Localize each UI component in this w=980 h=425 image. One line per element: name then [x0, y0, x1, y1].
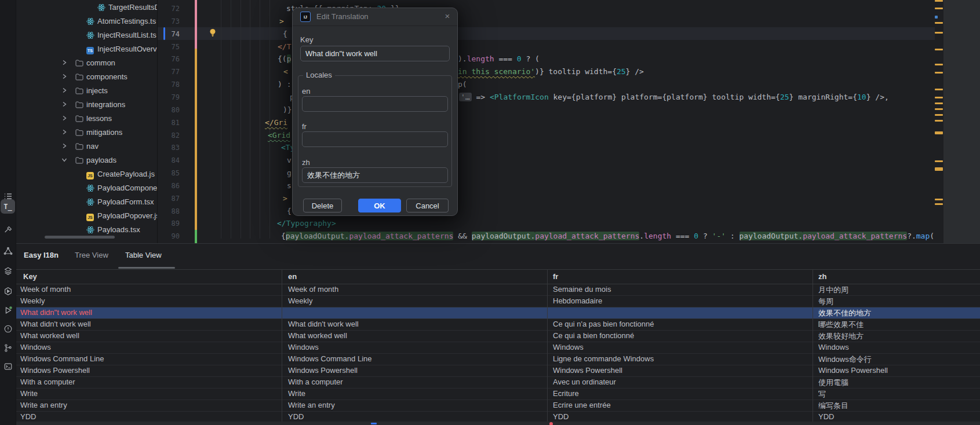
chevron-right-icon[interactable]: [61, 87, 68, 94]
table-cell[interactable]: Week of month: [288, 285, 543, 294]
tree-item[interactable]: components: [16, 71, 157, 83]
table-row[interactable]: What worked wellWhat worked wellCe qui a…: [16, 331, 980, 342]
chevron-right-icon[interactable]: [61, 142, 68, 149]
delete-button[interactable]: Delete: [303, 199, 342, 212]
tree-item[interactable]: nav: [16, 140, 157, 153]
table-cell[interactable]: 编写条目: [818, 401, 978, 411]
table-cell[interactable]: 哪些效果不佳: [818, 320, 978, 330]
tree-item[interactable]: mitigations: [16, 126, 157, 139]
table-cell[interactable]: Windows Powershell: [553, 366, 808, 375]
table-cell[interactable]: Weekly: [20, 296, 278, 305]
tree-item[interactable]: PayloadComponen: [16, 182, 157, 195]
panel-title[interactable]: Easy I18n: [24, 251, 59, 259]
table-cell[interactable]: Write: [20, 389, 278, 398]
tree-item[interactable]: AtomicTestings.ts: [16, 15, 157, 28]
translation-icon[interactable]: T_: [1, 199, 15, 214]
table-row[interactable]: WeeklyWeeklyHebdomadaire每周: [16, 296, 980, 307]
table-cell[interactable]: YDD: [20, 412, 278, 421]
table-cell[interactable]: Avec un ordinateur: [553, 378, 808, 386]
column-header-fr[interactable]: fr: [553, 272, 558, 281]
table-cell[interactable]: What didn"t work well: [20, 308, 278, 317]
table-cell[interactable]: With a computer: [20, 378, 278, 386]
ok-button[interactable]: OK: [358, 199, 401, 212]
table-cell[interactable]: 月中的周: [818, 285, 978, 295]
table-cell[interactable]: Week of month: [20, 285, 278, 294]
table-row[interactable]: YDDYDDYDDYDD: [16, 412, 980, 422]
table-cell[interactable]: Ecriture: [553, 389, 808, 398]
locale-input-en[interactable]: [302, 96, 448, 112]
table-cell[interactable]: Ce qui n'a pas bien fonctionné: [553, 320, 808, 328]
close-icon[interactable]: ×: [442, 11, 453, 21]
table-cell[interactable]: Ligne de commande Windows: [553, 354, 808, 363]
table-cell[interactable]: Windows Command Line: [20, 354, 278, 363]
tab-table-view[interactable]: Table View: [125, 251, 162, 259]
table-row[interactable]: What didn't work wellWhat didn't work we…: [16, 319, 980, 331]
table-cell[interactable]: Windows Command Line: [288, 354, 543, 363]
run-icon[interactable]: [1, 303, 15, 317]
table-cell[interactable]: Write an entry: [20, 401, 278, 409]
tree-item[interactable]: InjectResultList.ts: [16, 29, 157, 42]
tree-item[interactable]: payloads: [16, 154, 157, 167]
tree-item[interactable]: TargetResultsD: [16, 1, 157, 14]
table-cell[interactable]: Windows Powershell: [20, 366, 278, 375]
tree-item[interactable]: Payloads.tsx: [16, 224, 157, 236]
column-header-key[interactable]: Key: [23, 272, 37, 281]
table-cell[interactable]: Ecrire une entrée: [553, 401, 808, 409]
table-cell[interactable]: Windows: [818, 343, 978, 351]
error-stripe[interactable]: [935, 0, 943, 243]
table-row[interactable]: With a computerWith a computerAvec un or…: [16, 377, 980, 389]
table-cell[interactable]: Windows Powershell: [288, 366, 543, 375]
table-cell[interactable]: Hebdomadaire: [553, 296, 808, 305]
terminal-icon[interactable]: [1, 359, 15, 373]
table-row[interactable]: Week of monthWeek of monthSemaine du moi…: [16, 284, 980, 296]
tab-tree-view[interactable]: Tree View: [75, 251, 108, 259]
table-cell[interactable]: 每周: [818, 296, 978, 307]
code-editor[interactable]: 72style={{ marginTop: 20 }}73>74{75</T76…: [158, 0, 980, 243]
column-header-zh[interactable]: zh: [818, 272, 826, 281]
tree-item[interactable]: PayloadForm.tsx: [16, 196, 157, 208]
table-cell[interactable]: YDD: [818, 412, 978, 421]
table-cell[interactable]: With a computer: [288, 378, 543, 386]
table-cell[interactable]: Weekly: [288, 296, 543, 305]
services-icon[interactable]: [1, 284, 15, 298]
table-cell[interactable]: Write: [288, 389, 543, 398]
chevron-right-icon[interactable]: [61, 129, 68, 135]
table-row[interactable]: What didn"t work well效果不佳的地方: [16, 307, 980, 319]
table-cell[interactable]: Ce qui a bien fonctionné: [553, 331, 808, 340]
column-header-en[interactable]: en: [288, 272, 297, 281]
table-cell[interactable]: Windows命令行: [818, 354, 978, 365]
table-cell[interactable]: YDD: [553, 412, 808, 421]
cancel-button[interactable]: Cancel: [406, 199, 449, 212]
table-cell[interactable]: 效果较好地方: [818, 331, 978, 342]
tree-item[interactable]: integrations: [16, 98, 157, 111]
intention-bulb-icon[interactable]: [208, 28, 217, 37]
table-cell[interactable]: Windows: [20, 343, 278, 351]
table-cell[interactable]: Write an entry: [288, 401, 543, 409]
chevron-right-icon[interactable]: [61, 101, 68, 108]
chevron-right-icon[interactable]: [61, 59, 68, 66]
build-hammer-icon[interactable]: [1, 222, 15, 237]
table-row[interactable]: Windows Command LineWindows Command Line…: [16, 354, 980, 365]
table-cell[interactable]: Windows Powershell: [818, 366, 978, 375]
chevron-down-icon[interactable]: [61, 156, 68, 163]
table-cell[interactable]: 使用電腦: [818, 378, 978, 388]
tree-item[interactable]: JSPayloadPopover.js: [16, 210, 157, 222]
locale-input-fr[interactable]: [302, 131, 448, 147]
dialog-titlebar[interactable]: IJ Edit Translation ×: [293, 8, 457, 26]
table-row[interactable]: WriteWriteEcriture写: [16, 389, 980, 400]
tree-item[interactable]: common: [16, 57, 157, 69]
table-cell[interactable]: What didn't work well: [20, 320, 278, 328]
chevron-right-icon[interactable]: [61, 115, 68, 122]
table-cell[interactable]: 写: [818, 389, 978, 400]
table-cell[interactable]: What worked well: [20, 331, 278, 340]
table-cell[interactable]: Windows: [288, 343, 543, 351]
chevron-right-icon[interactable]: [61, 73, 68, 80]
graphql-icon[interactable]: [1, 244, 15, 258]
locale-input-zh[interactable]: [302, 167, 448, 183]
table-row[interactable]: WindowsWindowsWindowsWindows: [16, 342, 980, 354]
tree-item[interactable]: JSCreatePayload.js: [16, 168, 157, 181]
table-cell[interactable]: YDD: [288, 412, 543, 421]
table-cell[interactable]: What worked well: [288, 331, 543, 340]
table-row[interactable]: Write an entryWrite an entryEcrire une e…: [16, 400, 980, 412]
tree-item[interactable]: lessons: [16, 112, 157, 125]
